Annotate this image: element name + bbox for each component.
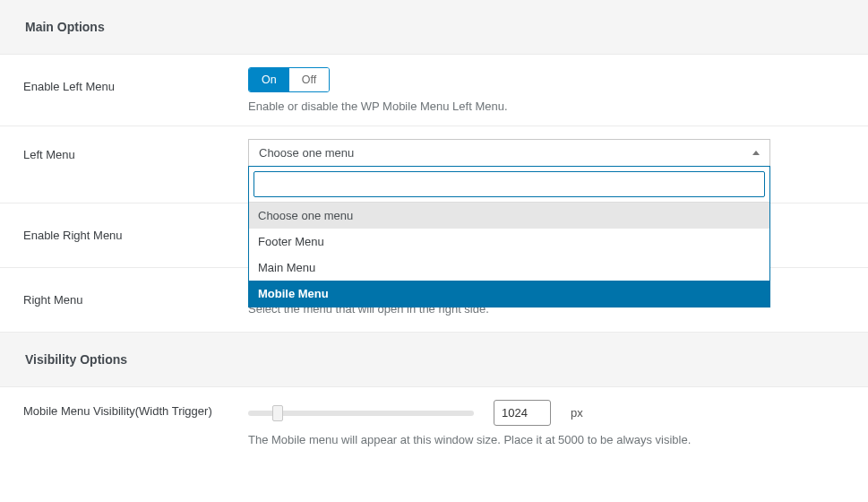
control-visibility-trigger: px The Mobile menu will appear at this w… [248,387,868,459]
dropdown-options-list: Choose one menu Footer Menu Main Menu Mo… [249,203,769,307]
dropdown-option-main[interactable]: Main Menu [249,255,769,281]
toggle-enable-left-menu[interactable]: On Off [248,67,330,92]
slider-thumb[interactable] [272,405,283,421]
slider-row: px [248,400,832,426]
width-slider[interactable] [248,411,474,416]
left-menu-select[interactable]: Choose one menu [248,139,770,167]
label-enable-left-menu: Enable Left Menu [0,55,248,126]
width-number-input[interactable] [494,400,551,426]
control-enable-left-menu: On Off Enable or disable the WP Mobile M… [248,55,868,126]
section-title-visibility: Visibility Options [25,352,843,367]
row-enable-left-menu: Enable Left Menu On Off Enable or disabl… [0,55,868,126]
section-title: Main Options [25,20,843,34]
dropdown-search-input[interactable] [254,171,765,197]
dropdown-option-footer[interactable]: Footer Menu [249,229,769,255]
control-left-menu: Choose one menu Choose one menu Footer M… [248,126,868,203]
dropdown-option-placeholder[interactable]: Choose one menu [249,203,769,229]
row-visibility-trigger: Mobile Menu Visibility(Width Trigger) px… [0,387,868,459]
row-left-menu: Left Menu Choose one menu Choose one men… [0,126,868,203]
desc-visibility-trigger: The Mobile menu will appear at this wind… [248,433,832,446]
chevron-up-icon [752,151,760,155]
label-enable-right-menu: Enable Right Menu [0,203,248,267]
toggle-off-button[interactable]: Off [289,68,329,91]
label-left-menu: Left Menu [0,126,248,203]
left-menu-selected-text: Choose one menu [259,146,354,160]
section-header-main-options: Main Options [0,0,868,55]
dropdown-option-mobile[interactable]: Mobile Menu [249,281,769,307]
toggle-on-button[interactable]: On [249,68,289,91]
section-header-visibility-options: Visibility Options [0,333,868,387]
left-menu-dropdown: Choose one menu Footer Menu Main Menu Mo… [248,166,770,307]
label-visibility-trigger: Mobile Menu Visibility(Width Trigger) [0,387,248,459]
desc-enable-left-menu: Enable or disable the WP Mobile Menu Lef… [248,100,832,113]
label-right-menu: Right Menu [0,268,248,332]
unit-label: px [571,406,583,420]
dropdown-search-wrap [249,167,769,203]
